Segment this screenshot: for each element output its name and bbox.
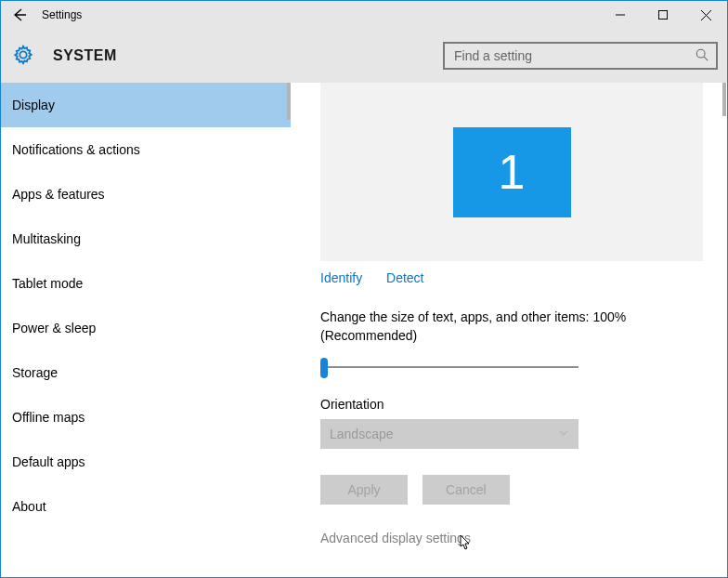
sidebar-item-about[interactable]: About <box>1 484 291 529</box>
sidebar-item-label: Power & sleep <box>12 321 96 335</box>
svg-line-5 <box>704 57 708 60</box>
sidebar-item-multitasking[interactable]: Multitasking <box>1 217 291 261</box>
close-button[interactable] <box>684 1 727 29</box>
scale-slider[interactable] <box>320 358 578 376</box>
advanced-display-settings-link[interactable]: Advanced display settings <box>320 531 471 545</box>
sidebar-item-label: Notifications & actions <box>12 142 140 157</box>
content-pane: 1 Identify Detect Change the size of tex… <box>291 83 727 577</box>
chevron-down-icon <box>558 427 569 441</box>
cancel-button[interactable]: Cancel <box>422 475 510 505</box>
sidebar-item-label: About <box>12 499 46 514</box>
svg-point-4 <box>696 49 705 58</box>
slider-track <box>320 366 578 368</box>
sidebar-item-offline-maps[interactable]: Offline maps <box>1 395 291 440</box>
apply-label: Apply <box>347 482 380 497</box>
header: SYSTEM <box>1 29 727 83</box>
sidebar-item-default-apps[interactable]: Default apps <box>1 440 291 484</box>
maximize-button[interactable] <box>642 1 684 29</box>
detect-link[interactable]: Detect <box>386 270 423 285</box>
advanced-label: Advanced display settings <box>320 531 471 545</box>
search-icon <box>696 48 708 64</box>
sidebar-item-label: Default apps <box>12 454 85 469</box>
scale-label: Change the size of text, apps, and other… <box>320 308 710 345</box>
sidebar-item-label: Apps & features <box>12 187 105 202</box>
sidebar-item-label: Multitasking <box>12 231 81 246</box>
sidebar-item-apps-features[interactable]: Apps & features <box>1 172 291 217</box>
monitor-tile-1[interactable]: 1 <box>453 127 571 217</box>
identify-link[interactable]: Identify <box>320 270 362 285</box>
monitor-layout-area[interactable]: 1 <box>320 83 703 261</box>
titlebar: Settings <box>1 1 727 29</box>
orientation-label: Orientation <box>320 397 710 412</box>
dropdown-value: Landscape <box>330 427 394 441</box>
svg-rect-1 <box>659 11 668 20</box>
sidebar-item-display[interactable]: Display <box>1 83 291 127</box>
settings-window: Settings SYSTEM Display Notificatio <box>0 0 728 578</box>
orientation-dropdown[interactable]: Landscape <box>320 419 578 449</box>
sidebar-item-label: Display <box>12 98 55 112</box>
sidebar-item-label: Tablet mode <box>12 276 83 291</box>
sidebar-item-storage[interactable]: Storage <box>1 350 291 395</box>
window-title: Settings <box>38 8 82 21</box>
search-box[interactable] <box>443 42 718 70</box>
content-scrollbar[interactable] <box>722 83 726 116</box>
sidebar-item-tablet-mode[interactable]: Tablet mode <box>1 261 291 306</box>
sidebar-item-label: Offline maps <box>12 410 84 425</box>
sidebar-item-notifications[interactable]: Notifications & actions <box>1 127 291 172</box>
minimize-button[interactable] <box>599 1 642 29</box>
search-input[interactable] <box>452 47 696 64</box>
gear-icon <box>10 45 36 68</box>
sidebar: Display Notifications & actions Apps & f… <box>1 83 291 577</box>
back-button[interactable] <box>1 7 38 22</box>
sidebar-item-label: Storage <box>12 365 58 380</box>
cancel-label: Cancel <box>446 482 487 497</box>
page-category: SYSTEM <box>36 47 117 64</box>
apply-button[interactable]: Apply <box>320 475 408 505</box>
sidebar-item-power-sleep[interactable]: Power & sleep <box>1 306 291 350</box>
monitor-number: 1 <box>499 144 526 200</box>
slider-thumb[interactable] <box>320 358 328 378</box>
